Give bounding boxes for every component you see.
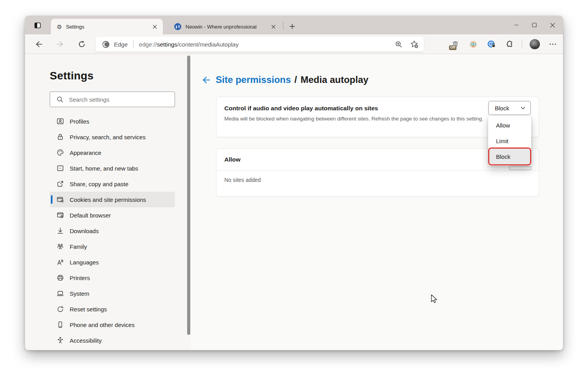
forward-arrow-icon — [56, 40, 65, 49]
address-bar[interactable]: Edge edge://settings/content/mediaAutopl… — [96, 37, 424, 52]
sidebar-item-cookies-and-site-permissions[interactable]: Cookies and site permissions — [50, 192, 175, 207]
zoom-magnifier-icon — [395, 40, 403, 49]
browser-toolbar: Edge edge://settings/content/mediaAutopl… — [25, 34, 563, 54]
dropdown-option-allow[interactable]: Allow — [489, 117, 530, 133]
ellipsis-icon — [548, 40, 557, 49]
sidebar-item-label: Reset settings — [70, 306, 107, 313]
maximize-button[interactable] — [525, 16, 543, 34]
sidebar-title: Settings — [50, 70, 94, 82]
allow-list-title: Allow — [224, 156, 240, 163]
page-title: Media autoplay — [301, 74, 368, 85]
accessibility-icon — [56, 336, 64, 344]
search-input[interactable] — [69, 96, 163, 103]
tab-actions-icon — [34, 22, 41, 29]
dropdown-value: Block — [495, 105, 509, 111]
allow-list-empty-message: No sites added — [216, 171, 539, 189]
neowin-favicon — [174, 23, 182, 31]
setting-title: Control if audio and video play automati… — [224, 105, 531, 112]
favorite-star-icon — [410, 40, 419, 49]
zoom-button[interactable] — [393, 39, 404, 49]
sidebar-scrollbar[interactable] — [187, 56, 190, 335]
search-box[interactable] — [50, 92, 175, 107]
sidebar-item-label: Privacy, search, and services — [70, 134, 146, 140]
back-arrow-icon — [201, 75, 211, 85]
window-body: Settings ProfilesPrivacy, search, and se… — [25, 54, 563, 350]
sidebar-item-accessibility[interactable]: Accessibility — [50, 332, 175, 348]
maximize-icon — [532, 23, 537, 27]
start-home-icon — [56, 164, 64, 172]
settings-sidebar: Settings ProfilesPrivacy, search, and se… — [25, 54, 191, 350]
appearance-palette-icon — [56, 149, 64, 156]
chevron-down-icon — [520, 105, 526, 111]
password-lock-icon — [487, 40, 496, 49]
tab-settings[interactable]: ⚙ Settings — [51, 19, 163, 34]
profile-avatar-button[interactable] — [529, 39, 540, 50]
autoplay-dropdown-button[interactable]: Block — [488, 101, 531, 115]
adblocker-off-extension-button[interactable]: Off — [450, 39, 461, 50]
sidebar-item-languages[interactable]: Languages — [50, 254, 175, 270]
site-name-label: Edge — [114, 41, 128, 48]
edge-logo-icon — [102, 40, 110, 49]
reload-button[interactable] — [76, 38, 88, 50]
dropdown-option-block[interactable]: Block — [489, 149, 530, 164]
sidebar-item-reset-settings[interactable]: Reset settings — [50, 301, 175, 317]
minimize-button[interactable] — [507, 16, 525, 34]
sidebar-item-label: Downloads — [70, 228, 99, 234]
sidebar-item-appearance[interactable]: Appearance — [50, 145, 175, 160]
back-button[interactable] — [33, 38, 45, 50]
breadcrumb: Site permissions / Media autoplay — [201, 74, 368, 85]
window-controls — [507, 16, 561, 34]
autoplay-dropdown-menu: AllowLimitBlock — [488, 116, 531, 166]
new-tab-button[interactable] — [287, 21, 298, 32]
tab-title: Settings — [66, 24, 150, 30]
sidebar-item-phone-and-other-devices[interactable]: Phone and other devices — [50, 317, 175, 332]
breadcrumb-separator: / — [294, 74, 297, 85]
forward-button[interactable] — [54, 38, 66, 50]
close-icon — [550, 23, 555, 28]
browser-window: ⚙ Settings Neowin - Where unprofessional — [25, 16, 563, 350]
extensions-menu-button[interactable] — [504, 39, 515, 50]
sidebar-item-label: System — [70, 290, 89, 297]
puzzle-icon — [505, 40, 514, 49]
extensions-area: Off — [450, 34, 558, 54]
tab-neowin[interactable]: Neowin - Where unprofessional — [169, 19, 281, 34]
system-icon — [56, 289, 64, 297]
sidebar-item-profiles[interactable]: Profiles — [50, 113, 175, 129]
url-path: /content/mediaAutoplay — [177, 41, 239, 48]
breadcrumb-parent-link[interactable]: Site permissions — [216, 74, 291, 85]
privacy-lock-icon — [56, 133, 64, 141]
url-scheme: edge:// — [139, 41, 157, 48]
breadcrumb-back-button[interactable] — [201, 75, 211, 85]
sidebar-item-label: Languages — [70, 259, 99, 266]
add-site-button-partial[interactable] — [509, 166, 531, 170]
sidebar-item-share-copy-and-paste[interactable]: Share, copy and paste — [50, 176, 175, 192]
back-arrow-icon — [34, 40, 43, 49]
gear-icon: ⚙ — [57, 24, 62, 30]
tab-close-icon[interactable] — [150, 22, 159, 31]
sidebar-item-system[interactable]: System — [50, 286, 175, 301]
downloads-icon — [56, 227, 64, 235]
add-favorite-button[interactable] — [409, 39, 419, 49]
setting-description: Media will be blocked when navigating be… — [224, 115, 483, 123]
sidebar-item-family[interactable]: Family — [50, 239, 175, 254]
tab-actions-menu-button[interactable] — [33, 21, 42, 30]
dropdown-option-limit[interactable]: Limit — [489, 133, 530, 149]
url-host: settings — [157, 41, 177, 48]
sidebar-item-printers[interactable]: Printers — [50, 270, 175, 286]
close-button[interactable] — [543, 16, 561, 34]
tab-close-icon[interactable] — [269, 22, 278, 31]
profiles-icon — [56, 117, 64, 125]
sidebar-item-label: Family — [70, 243, 87, 250]
sidebar-item-privacy-search-and-services[interactable]: Privacy, search, and services — [50, 129, 175, 145]
face-avatar-extension-button[interactable] — [468, 39, 479, 50]
settings-more-button[interactable] — [547, 39, 558, 50]
avatar — [529, 38, 540, 50]
url-text[interactable]: edge://settings/content/mediaAutoplay — [139, 41, 238, 48]
password-manager-extension-button[interactable] — [486, 39, 497, 50]
languages-icon — [56, 258, 64, 266]
sidebar-item-default-browser[interactable]: Default browser — [50, 207, 175, 223]
tab-title: Neowin - Where unprofessional — [186, 24, 269, 30]
sidebar-item-start-home-and-new-tabs[interactable]: Start, home, and new tabs — [50, 160, 175, 176]
sidebar-item-label: Phone and other devices — [70, 322, 135, 328]
sidebar-item-downloads[interactable]: Downloads — [50, 223, 175, 239]
